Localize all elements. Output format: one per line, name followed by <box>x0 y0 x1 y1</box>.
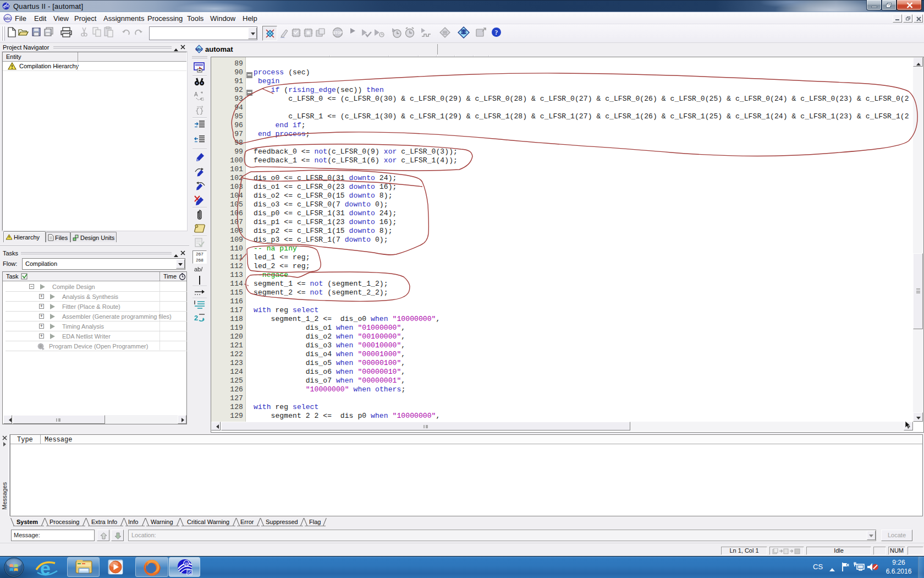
svg-text:abc: abc <box>196 47 202 51</box>
svg-text:?: ? <box>495 29 498 36</box>
svg-text:II: II <box>184 561 188 566</box>
svg-text:2: 2 <box>194 314 198 322</box>
svg-text:A: A <box>194 91 198 97</box>
svg-text:STOP: STOP <box>333 31 343 35</box>
svg-text:abc: abc <box>4 16 12 21</box>
svg-text:{}: {} <box>195 107 204 114</box>
